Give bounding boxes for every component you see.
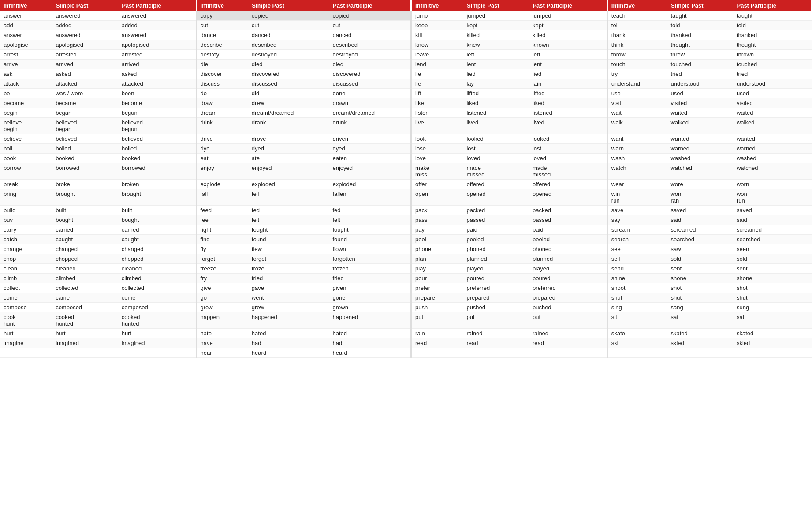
cell-g3-r22-c2: seen [733,244,812,254]
cell-g3-r6-c1: tried [667,69,733,79]
cell-g2-r24-c1: played [463,264,529,274]
cell-g1-r17-c0: fall [196,189,248,206]
cell-g0-r2-c2: answered [118,30,196,40]
cell-g0-r1-c0: add [0,21,52,30]
cell-g0-r22-c2: changed [118,244,196,254]
cell-g2-r8-c1: lifted [463,89,529,98]
cell-g3-r17-c0: win run [607,189,667,206]
cell-g0-r21-c0: catch [0,235,52,244]
cell-g2-r32-c1 [463,348,529,358]
cell-g0-r14-c2: booked [118,154,196,163]
table-row: breakbrokebrokenexplodeexplodedexplodedo… [0,180,812,189]
cell-g3-r29-c1: sat [667,312,733,329]
cell-g1-r15-c1: enjoyed [248,163,329,180]
cell-g0-r5-c0: arrive [0,60,52,69]
cell-g2-r24-c2: played [529,264,607,274]
cell-g3-r29-c0: sit [607,312,667,329]
cell-g1-r22-c1: flew [248,244,329,254]
cell-g3-r6-c0: try [607,69,667,79]
cell-g2-r21-c2: peeled [529,235,607,244]
cell-g3-r9-c2: visited [733,98,812,108]
cell-g0-r9-c2: become [118,98,196,108]
cell-g2-r14-c2: loved [529,154,607,163]
cell-g3-r28-c1: sang [667,303,733,312]
cell-g2-r1-c2: kept [529,21,607,30]
cell-g0-r28-c2: composed [118,303,196,312]
cell-g1-r3-c1: described [248,40,329,50]
cell-g1-r27-c1: went [248,293,329,303]
cell-g2-r27-c1: prepared [463,293,529,303]
cell-g3-r23-c2: sold [733,254,812,264]
cell-g2-r13-c1: lost [463,144,529,154]
cell-g2-r1-c0: keep [411,21,463,30]
cell-g2-r30-c0: rain [411,329,463,338]
cell-g2-r27-c2: prepared [529,293,607,303]
cell-g3-r4-c2: thrown [733,50,812,60]
column-header-2-1: Simple Past [463,0,529,11]
cell-g2-r6-c2: lied [529,69,607,79]
cell-g1-r13-c2: dyed [329,144,411,154]
cell-g3-r7-c2: understood [733,79,812,89]
cell-g1-r25-c2: fried [329,274,411,283]
cell-g0-r19-c0: buy [0,215,52,225]
cell-g0-r30-c2: hurt [118,329,196,338]
cell-g1-r20-c2: fought [329,225,411,235]
cell-g2-r32-c0 [411,348,463,358]
cell-g1-r13-c0: dye [196,144,248,154]
cell-g1-r7-c2: discussed [329,79,411,89]
cell-g3-r4-c0: throw [607,50,667,60]
table-row: cleancleanedcleanedfreezefrozefrozenplay… [0,264,812,274]
cell-g3-r11-c1: walked [667,118,733,134]
cell-g2-r25-c2: poured [529,274,607,283]
cell-g3-r0-c0: teach [607,11,667,21]
cell-g2-r18-c2: packed [529,206,607,215]
cell-g2-r9-c2: liked [529,98,607,108]
cell-g1-r14-c2: eaten [329,154,411,163]
cell-g2-r6-c0: lie [411,69,463,79]
cell-g3-r15-c2: watched [733,163,812,180]
cell-g2-r26-c2: preferred [529,283,607,293]
cell-g2-r21-c1: peeled [463,235,529,244]
cell-g1-r7-c1: discussed [248,79,329,89]
table-row: answeransweredansweredcopycopiedcopiedju… [0,11,812,21]
cell-g1-r11-c2: drunk [329,118,411,134]
table-row: chopchoppedchoppedforgetforgotforgottenp… [0,254,812,264]
column-header-0-2: Past Participle [118,0,196,11]
cell-g2-r29-c1: put [463,312,529,329]
cell-g3-r21-c1: searched [667,235,733,244]
cell-g0-r6-c2: asked [118,69,196,79]
cell-g1-r7-c0: discuss [196,79,248,89]
cell-g3-r15-c1: watched [667,163,733,180]
cell-g2-r29-c0: put [411,312,463,329]
column-header-0-1: Simple Past [52,0,118,11]
cell-g0-r31-c0: imagine [0,338,52,348]
cell-g3-r16-c1: wore [667,180,733,189]
cell-g3-r25-c0: shine [607,274,667,283]
cell-g2-r20-c2: paid [529,225,607,235]
table-row: answeransweredanswereddancedanceddancedk… [0,30,812,40]
cell-g1-r20-c0: fight [196,225,248,235]
cell-g0-r19-c1: bought [52,215,118,225]
cell-g1-r17-c2: fallen [329,189,411,206]
table-row: borrowborrowedborrowedenjoyenjoyedenjoye… [0,163,812,180]
cell-g1-r29-c1: happened [248,312,329,329]
cell-g2-r32-c2 [529,348,607,358]
cell-g2-r11-c0: live [411,118,463,134]
cell-g0-r4-c0: arrest [0,50,52,60]
cell-g0-r5-c2: arrived [118,60,196,69]
cell-g1-r32-c1: heard [248,348,329,358]
cell-g0-r0-c1: answered [52,11,118,21]
cell-g3-r22-c1: saw [667,244,733,254]
cell-g2-r16-c0: offer [411,180,463,189]
cell-g2-r3-c0: know [411,40,463,50]
cell-g1-r27-c0: go [196,293,248,303]
cell-g2-r12-c2: looked [529,134,607,144]
cell-g2-r24-c0: play [411,264,463,274]
cell-g2-r22-c1: phoned [463,244,529,254]
cell-g2-r2-c0: kill [411,30,463,40]
cell-g0-r21-c1: caught [52,235,118,244]
cell-g1-r28-c1: grew [248,303,329,312]
cell-g3-r9-c0: visit [607,98,667,108]
cell-g1-r18-c1: fed [248,206,329,215]
cell-g3-r17-c2: won run [733,189,812,206]
